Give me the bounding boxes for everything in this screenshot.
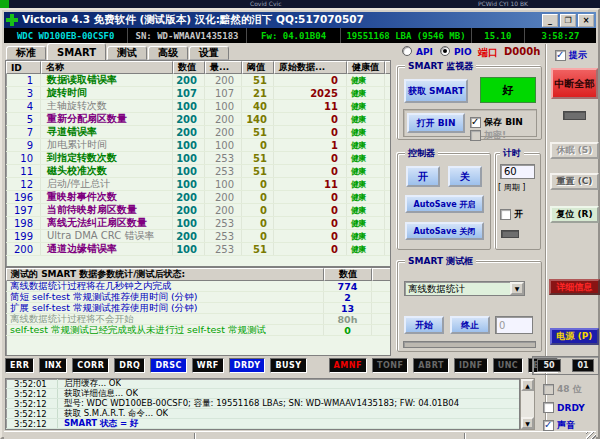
- tab-standard[interactable]: 标准: [6, 46, 46, 60]
- smart-table-row[interactable]: 12启动/停止总计100100011健康: [6, 178, 390, 191]
- smart-table-row[interactable]: 3旋转时间107107212025健康: [6, 87, 390, 100]
- smart-table-row[interactable]: 1数据读取错误率200200510健康: [6, 74, 390, 87]
- result-text: 扩展 self-test 常规测试推荐使用时间 (分钟): [6, 303, 324, 313]
- smart-on-button[interactable]: 开: [406, 166, 440, 187]
- test-counter-input[interactable]: [495, 316, 533, 334]
- smart-table-header: ID 名称 数值 最... 阈值 原始数据... 健康值: [6, 61, 390, 74]
- break-all-button[interactable]: 中断全部: [551, 68, 598, 99]
- header-id[interactable]: ID: [6, 61, 41, 74]
- restore-button[interactable]: ❐: [560, 14, 576, 27]
- smart-off-button[interactable]: 关: [448, 166, 482, 187]
- cell-worst: 100: [205, 100, 242, 112]
- cell-value: 100: [173, 243, 205, 255]
- cell-health: 健康: [347, 74, 385, 86]
- hint-checkbox-row[interactable]: ✓提示: [555, 45, 587, 64]
- details-button[interactable]: 详细信息: [549, 279, 600, 295]
- api-radio[interactable]: [402, 46, 412, 56]
- smart-table-row[interactable]: 4主轴旋转次数1001004011健康: [6, 100, 390, 113]
- drdy-checkbox-row[interactable]: DRDY: [543, 397, 585, 416]
- header-health[interactable]: 健康值: [347, 61, 385, 74]
- log-list: 3:52:01启用缓存... OK 3:52:12获取详细信息... OK 3:…: [5, 378, 520, 430]
- autosave-off-button[interactable]: AutoSave 关闭: [405, 222, 484, 240]
- sleep-button[interactable]: 休眠 (S): [550, 142, 599, 159]
- smart-table-row[interactable]: 7寻道错误率200200510健康: [6, 126, 390, 139]
- cell-raw: 0: [274, 243, 347, 255]
- test-start-button[interactable]: 开始: [404, 316, 444, 334]
- cell-filler: [385, 100, 390, 112]
- smart-table-row[interactable]: 10到指定转数次数100253510健康: [6, 152, 390, 165]
- close-button[interactable]: ×: [578, 14, 594, 27]
- encrypt-checkbox-row: 加密!: [470, 125, 506, 144]
- chevron-down-icon[interactable]: ▼: [510, 282, 524, 295]
- test-stop-button[interactable]: 终止: [450, 316, 490, 334]
- header-threshold[interactable]: 阈值: [242, 61, 274, 74]
- get-smart-button[interactable]: 获取 SMART: [404, 79, 468, 103]
- scroll-up-icon[interactable]: ▲: [521, 379, 534, 391]
- cell-health: 健康: [347, 126, 385, 138]
- cell-id: 197: [6, 204, 41, 216]
- flag-idnf: IDNF: [454, 358, 488, 373]
- cell-name: 旋转时间: [41, 87, 173, 99]
- minimize-button[interactable]: _: [542, 14, 558, 27]
- smart-table-row[interactable]: 199Ultra DMA CRC 错误率20025300健康: [6, 230, 390, 243]
- cell-threshold: 0: [242, 191, 274, 203]
- cell-id: 11: [6, 165, 41, 177]
- cell-name: 加电累计时间: [41, 139, 173, 151]
- cell-name: 重新分配扇区数量: [41, 113, 173, 125]
- cell-raw: 0: [274, 152, 347, 164]
- smart-table-row[interactable]: 200通道边缘错误率100253510健康: [6, 243, 390, 256]
- register-status: 50: [537, 359, 561, 372]
- background-text: PCWid CYI 10 BK: [478, 0, 528, 7]
- timer-group: 计时 [ 周期 ] 开: [495, 153, 541, 250]
- smart-table-row[interactable]: 198离线无法纠正扇区数量10025300健康: [6, 217, 390, 230]
- drive-capacity: 19551168 LBA (9546 MB): [341, 28, 471, 43]
- scroll-down-icon[interactable]: ▼: [521, 417, 534, 429]
- power-button[interactable]: 电源 (P): [550, 328, 599, 345]
- title-bar[interactable]: Victoria 4.3 免费软件 (测试版本) 汉化:黯然的泪下 QQ:517…: [4, 12, 596, 28]
- api-radio-label: API: [416, 47, 433, 57]
- header-worst[interactable]: 最...: [205, 61, 242, 74]
- result-row: 离线数据统计过程将在几秒钟之内完成774: [6, 281, 390, 292]
- header-raw[interactable]: 原始数据...: [274, 61, 347, 74]
- resize-grip[interactable]: [586, 432, 596, 439]
- smart-table-row[interactable]: 196重映射事件次数20020000健康: [6, 191, 390, 204]
- flag-drdy: DRDY: [229, 358, 266, 373]
- result-text: 离线数据统计过程将不会开始: [6, 314, 324, 324]
- autosave-on-button[interactable]: AutoSave 开启: [405, 195, 484, 213]
- drive-serial: SN: WD-WMAAV1435183: [128, 28, 246, 43]
- results-header-value: 数值: [324, 268, 372, 281]
- controller-group: 控制器 开 关 AutoSave 开启 AutoSave 关闭: [397, 153, 491, 250]
- tab-settings[interactable]: 设置: [189, 46, 229, 60]
- cell-worst: 100: [205, 139, 242, 151]
- tab-smart[interactable]: SMART: [47, 43, 106, 60]
- results-header-label: 测试的 SMART 数据参数统计/测试后状态:: [6, 268, 324, 281]
- cell-filler: [385, 204, 390, 216]
- header-value[interactable]: 数值: [173, 61, 205, 74]
- pio-radio[interactable]: [440, 46, 450, 56]
- reset-button[interactable]: 重置 (C): [550, 173, 599, 190]
- tab-advanced[interactable]: 高级: [148, 46, 188, 60]
- timer-value-input[interactable]: [500, 164, 535, 179]
- timer-on-checkbox-row[interactable]: 开: [500, 204, 523, 223]
- sound-checkbox[interactable]: ✓: [543, 420, 554, 431]
- victoria-window: Victoria 4.3 免费软件 (测试版本) 汉化:黯然的泪下 QQ:517…: [0, 8, 600, 439]
- desktop: Covid Cvic PCWid CYI 10 BK Victoria 4.3 …: [0, 0, 600, 439]
- app-cross-icon: [6, 14, 18, 26]
- open-bin-button[interactable]: 打开 BIN: [407, 113, 465, 133]
- smart-table-row[interactable]: 9加电累计时间10010001健康: [6, 139, 390, 152]
- hint-checkbox[interactable]: ✓: [555, 50, 566, 61]
- log-scrollbar[interactable]: ▲ ▼: [520, 378, 535, 430]
- smart-table-row[interactable]: 197当前待映射扇区数量20020000健康: [6, 204, 390, 217]
- drdy-checkbox[interactable]: [543, 402, 554, 413]
- background-icon: [0, 0, 9, 8]
- test-type-dropdown[interactable]: 离线数据统计 ▼: [404, 281, 525, 296]
- cell-worst: 253: [205, 152, 242, 164]
- smart-table-row[interactable]: 5重新分配扇区数量2002001400健康: [6, 113, 390, 126]
- recall-button[interactable]: 复位 (R): [550, 206, 599, 223]
- tab-test[interactable]: 测试: [107, 46, 147, 60]
- cell-id: 199: [6, 230, 41, 242]
- smart-table-row[interactable]: 11磁头校准次数100253510健康: [6, 165, 390, 178]
- timer-on-checkbox[interactable]: [500, 209, 511, 220]
- log-time: 3:52:12: [6, 399, 58, 408]
- header-name[interactable]: 名称: [41, 61, 173, 74]
